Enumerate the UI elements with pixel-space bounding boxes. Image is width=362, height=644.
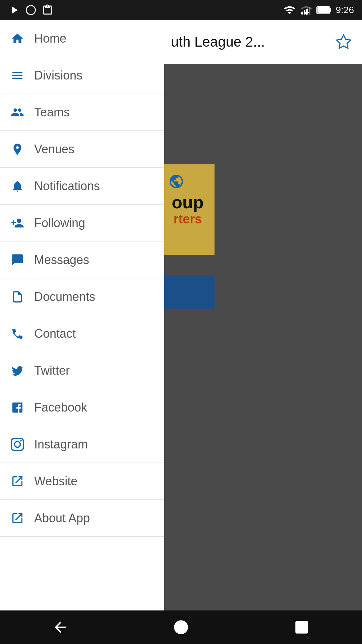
sidebar-item-home[interactable]: Home <box>0 20 164 57</box>
battery-icon <box>316 5 332 15</box>
instagram-icon <box>10 437 25 452</box>
sidebar-item-following[interactable]: Following <box>0 205 164 241</box>
bottom-navigation <box>0 610 362 644</box>
sidebar: Home Divisions Teams Venues Notification… <box>0 20 164 644</box>
divisions-label: Divisions <box>34 68 82 83</box>
svg-rect-5 <box>329 8 331 12</box>
signal-icon <box>300 4 312 16</box>
divisions-icon <box>10 68 25 83</box>
svg-rect-0 <box>301 12 303 15</box>
documents-icon <box>10 289 25 304</box>
teams-label: Teams <box>34 105 70 119</box>
facebook-icon <box>10 400 25 415</box>
contact-label: Contact <box>34 327 76 341</box>
about-app-label: About App <box>34 511 90 525</box>
website-label: Website <box>34 474 77 488</box>
action-button[interactable] <box>161 275 215 309</box>
svg-rect-2 <box>306 9 308 15</box>
clipboard-icon <box>42 4 54 16</box>
sidebar-item-teams[interactable]: Teams <box>0 94 164 131</box>
website-icon <box>10 474 25 489</box>
home-label: Home <box>34 32 66 46</box>
status-bar-left <box>8 4 54 16</box>
sidebar-item-documents[interactable]: Documents <box>0 278 164 315</box>
sidebar-item-divisions[interactable]: Divisions <box>0 57 164 94</box>
following-icon <box>10 216 25 230</box>
wifi-icon <box>283 4 296 16</box>
sidebar-item-twitter[interactable]: Twitter <box>0 352 164 389</box>
sponsor-text-line1: oup <box>172 193 203 212</box>
sidebar-item-venues[interactable]: Venues <box>0 131 164 168</box>
recents-button[interactable] <box>288 614 315 641</box>
sidebar-item-notifications[interactable]: Notifications <box>0 168 164 205</box>
sidebar-item-contact[interactable]: Contact <box>0 315 164 352</box>
sidebar-item-messages[interactable]: Messages <box>0 241 164 278</box>
sidebar-item-instagram[interactable]: Instagram <box>0 426 164 463</box>
venues-label: Venues <box>34 142 74 156</box>
svg-rect-1 <box>304 10 305 15</box>
teams-icon <box>10 105 25 120</box>
favorite-icon[interactable] <box>335 34 352 50</box>
twitter-label: Twitter <box>34 364 70 378</box>
sidebar-item-facebook[interactable]: Facebook <box>0 389 164 426</box>
contact-icon <box>10 326 25 341</box>
sponsor-logo: oup rters <box>161 164 215 255</box>
svg-point-7 <box>174 620 188 634</box>
record-icon <box>25 4 37 16</box>
instagram-label: Instagram <box>34 437 88 451</box>
play-icon <box>8 4 20 16</box>
notifications-label: Notifications <box>34 179 100 193</box>
home-button[interactable] <box>168 614 194 641</box>
right-panel-header: uth League 2... <box>161 20 362 64</box>
svg-rect-8 <box>295 621 308 634</box>
messages-label: Messages <box>34 253 89 267</box>
notifications-icon <box>10 179 25 194</box>
following-label: Following <box>34 216 85 230</box>
home-icon <box>10 31 25 46</box>
back-button[interactable] <box>47 614 74 641</box>
venues-icon <box>10 142 25 157</box>
svg-rect-3 <box>309 7 310 15</box>
right-content-area <box>161 64 362 627</box>
facebook-label: Facebook <box>34 400 87 415</box>
sidebar-item-website[interactable]: Website <box>0 463 164 500</box>
status-bar-right: 9:26 <box>283 4 354 16</box>
messages-icon <box>10 253 25 267</box>
twitter-icon <box>10 363 25 378</box>
sidebar-item-about-app[interactable]: About App <box>0 500 164 537</box>
status-time: 9:26 <box>336 5 354 15</box>
status-bar: 9:26 <box>0 0 362 20</box>
sponsor-text-line2: rters <box>174 212 202 226</box>
documents-label: Documents <box>34 290 95 304</box>
about-icon <box>10 511 25 526</box>
svg-rect-6 <box>317 7 329 13</box>
league-title: uth League 2... <box>171 34 265 50</box>
